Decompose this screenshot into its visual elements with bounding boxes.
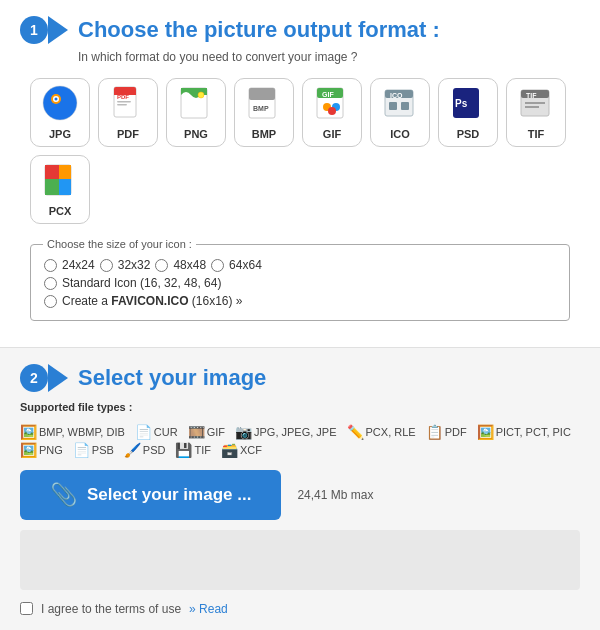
bmp-file-icon: 🖼️	[20, 424, 37, 440]
svg-point-11	[198, 92, 204, 98]
step-2-number: 2	[20, 364, 48, 392]
format-bmp[interactable]: BMP BMP	[234, 78, 294, 147]
pdf-file-icon: 📋	[426, 424, 443, 440]
terms-checkbox[interactable]	[20, 602, 33, 615]
xcf-file-label: XCF	[240, 444, 262, 456]
icon-size-row-1: 24x24 32x32 48x48 64x64	[43, 258, 557, 272]
pdf-label: PDF	[117, 128, 139, 140]
pdf-file-label: PDF	[445, 426, 467, 438]
png-file-label: PNG	[39, 444, 63, 456]
icon-size-legend: Choose the size of your icon :	[43, 238, 196, 250]
format-pdf[interactable]: PDF PDF	[98, 78, 158, 147]
file-type-icons-row1: 🖼️ BMP, WBMP, DIB 📄 CUR 🎞️ GIF 📷 JPG, JP…	[20, 424, 580, 440]
type-cur: 📄 CUR	[135, 424, 178, 440]
pcx-file-icon: ✏️	[347, 424, 364, 440]
format-ico[interactable]: ICO ICO	[370, 78, 430, 147]
label-64x64[interactable]: 64x64	[229, 258, 262, 272]
format-tif[interactable]: TIF TIF	[506, 78, 566, 147]
terms-label[interactable]: I agree to the terms of use	[41, 602, 181, 616]
svg-point-20	[328, 107, 336, 115]
terms-read-link[interactable]: » Read	[189, 602, 228, 616]
type-pcx: ✏️ PCX, RLE	[347, 424, 416, 440]
svg-rect-13	[249, 88, 275, 100]
section-2-title: Select your image	[78, 365, 266, 391]
label-24x24[interactable]: 24x24	[62, 258, 95, 272]
radio-24x24[interactable]	[44, 259, 57, 272]
jpg-label: JPG	[49, 128, 71, 140]
label-favicon[interactable]: Create a FAVICON.ICO (16x16) »	[62, 294, 243, 308]
png-file-icon: 🖼️	[20, 442, 37, 458]
step-1-badge: 1	[20, 16, 68, 44]
ico-label: ICO	[390, 128, 410, 140]
pcx-label: PCX	[49, 205, 72, 217]
terms-row: I agree to the terms of use » Read	[20, 602, 580, 616]
step-2-badge: 2	[20, 364, 68, 392]
select-btn-row: 📎 Select your image ... 24,41 Mb max	[20, 470, 580, 520]
tif-file-icon: 💾	[175, 442, 192, 458]
type-psd: 🖌️ PSD	[124, 442, 166, 458]
svg-rect-32	[525, 106, 539, 108]
psd-file-label: PSD	[143, 444, 166, 456]
svg-text:ICO: ICO	[390, 92, 403, 99]
supported-label: Supported file types :	[20, 401, 132, 413]
label-standard[interactable]: Standard Icon (16, 32, 48, 64)	[62, 276, 221, 290]
type-gif: 🎞️ GIF	[188, 424, 225, 440]
paperclip-icon: 📎	[50, 482, 77, 508]
pict-file-icon: 🖼️	[477, 424, 494, 440]
svg-text:Ps: Ps	[455, 98, 468, 109]
supported-types: Supported file types :	[20, 398, 580, 418]
svg-rect-31	[525, 102, 545, 104]
label-48x48[interactable]: 48x48	[173, 258, 206, 272]
select-image-button[interactable]: 📎 Select your image ...	[20, 470, 281, 520]
svg-text:TIF: TIF	[526, 92, 537, 99]
png-icon	[178, 85, 214, 126]
radio-standard[interactable]	[44, 277, 57, 290]
step-1-number: 1	[20, 16, 48, 44]
pdf-icon: PDF	[110, 85, 146, 126]
jpg-icon	[42, 85, 78, 126]
format-grid: JPG PDF PDF	[30, 78, 580, 224]
radio-32x32[interactable]	[100, 259, 113, 272]
type-jpg: 📷 JPG, JPEG, JPE	[235, 424, 337, 440]
format-pcx[interactable]: PCX	[30, 155, 90, 224]
format-gif[interactable]: GIF GIF	[302, 78, 362, 147]
type-xcf: 🗃️ XCF	[221, 442, 262, 458]
svg-text:PDF: PDF	[117, 94, 129, 100]
icon-size-row-3: Create a FAVICON.ICO (16x16) »	[43, 294, 557, 308]
jpg-file-label: JPG, JPEG, JPE	[254, 426, 337, 438]
tif-icon: TIF	[518, 85, 554, 126]
select-btn-label: Select your image ...	[87, 485, 251, 505]
format-png[interactable]: PNG	[166, 78, 226, 147]
radio-favicon[interactable]	[44, 295, 57, 308]
max-size-label: 24,41 Mb max	[297, 488, 373, 502]
step-2-play-icon	[48, 364, 68, 392]
gif-icon: GIF	[314, 85, 350, 126]
gif-file-icon: 🎞️	[188, 424, 205, 440]
gif-label: GIF	[323, 128, 341, 140]
pict-file-label: PICT, PCT, PIC	[496, 426, 571, 438]
drop-zone[interactable]	[20, 530, 580, 590]
gif-file-label: GIF	[207, 426, 225, 438]
section-2: 2 Select your image Supported file types…	[0, 347, 600, 630]
svg-text:GIF: GIF	[322, 91, 334, 98]
cur-file-icon: 📄	[135, 424, 152, 440]
svg-point-3	[55, 98, 58, 101]
label-32x32[interactable]: 32x32	[118, 258, 151, 272]
format-jpg[interactable]: JPG	[30, 78, 90, 147]
psb-file-label: PSB	[92, 444, 114, 456]
type-png: 🖼️ PNG	[20, 442, 63, 458]
section-2-header: 2 Select your image	[20, 364, 580, 392]
radio-64x64[interactable]	[211, 259, 224, 272]
file-type-icons-row2: 🖼️ PNG 📄 PSB 🖌️ PSD 💾 TIF 🗃️ XCF	[20, 442, 580, 458]
tif-file-label: TIF	[194, 444, 211, 456]
format-psd[interactable]: Ps PSD	[438, 78, 498, 147]
xcf-file-icon: 🗃️	[221, 442, 238, 458]
psb-file-icon: 📄	[73, 442, 90, 458]
svg-rect-8	[117, 101, 131, 103]
icon-size-fieldset: Choose the size of your icon : 24x24 32x…	[30, 238, 570, 321]
radio-48x48[interactable]	[155, 259, 168, 272]
psd-icon: Ps	[450, 85, 486, 126]
psd-label: PSD	[457, 128, 480, 140]
pcx-icon	[42, 162, 78, 203]
svg-rect-25	[401, 102, 409, 110]
